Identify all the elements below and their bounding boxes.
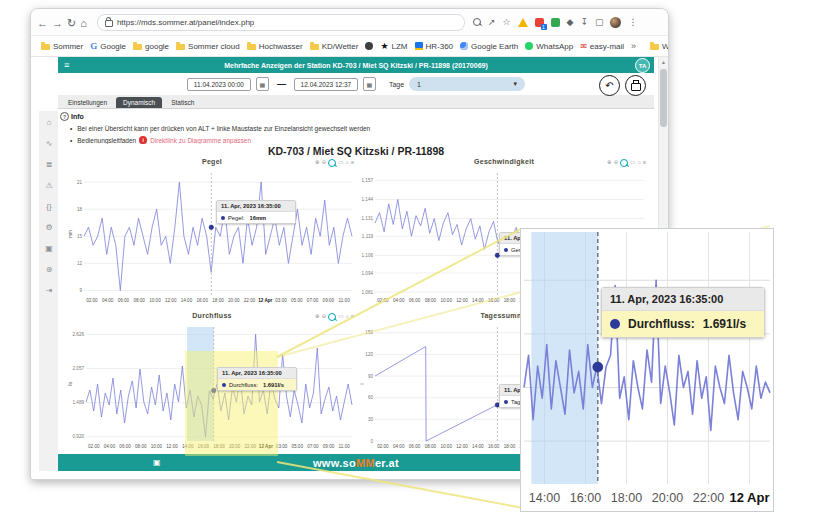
bookmark-kd-wetter[interactable]: KD/Wetter bbox=[310, 42, 359, 51]
calendar-to-button[interactable]: ▦ bbox=[363, 77, 376, 91]
bookmark-icon[interactable] bbox=[365, 42, 373, 50]
back-button[interactable]: ↶ bbox=[599, 75, 620, 96]
inset-chart-plot[interactable]: 14:0016:0018:0020:0022:0012 Apr bbox=[522, 230, 772, 510]
chart-modebar[interactable]: ⊕⊖▭⌂≡ bbox=[315, 159, 354, 167]
calendar-from-button[interactable]: ▦ bbox=[256, 77, 269, 91]
chart-plot-pegel[interactable]: 211815129mm02:0004:0006:0008:0010:0012:0… bbox=[68, 170, 354, 304]
sidebar-image-icon[interactable]: ▣ bbox=[45, 245, 53, 253]
sidebar-list-icon[interactable]: ≣ bbox=[46, 161, 53, 169]
svg-text:18:00: 18:00 bbox=[611, 491, 642, 505]
sidebar-chart-icon[interactable]: ∿ bbox=[46, 140, 53, 148]
user-avatar[interactable]: TA bbox=[635, 58, 650, 73]
url-text[interactable]: https://mds.sommer.at/panel/index.php bbox=[117, 18, 254, 27]
bookmark-hr-360[interactable]: HR-360 bbox=[415, 42, 454, 51]
bookmark-weitere-lesezeichen[interactable]: Weitere Lesezeichen bbox=[650, 42, 668, 51]
zoom-out-icon[interactable]: ⊖ bbox=[614, 160, 619, 166]
tooltip-durchfluss: 11. Apr, 2023 16:35:00 Durchfluss:1.691l… bbox=[217, 367, 297, 391]
reset-home-icon[interactable]: ⌂ bbox=[345, 314, 348, 320]
bookmark-hochwasser[interactable]: Hochwasser bbox=[247, 42, 303, 51]
print-button[interactable] bbox=[625, 75, 646, 96]
sidebar-settings-icon[interactable]: ⚙ bbox=[45, 224, 52, 232]
chart-modebar[interactable]: ⊕⊖▭⌂≡ bbox=[315, 313, 354, 321]
address-bar[interactable]: https://mds.sommer.at/panel/index.php bbox=[97, 14, 465, 31]
zoom-select-icon[interactable] bbox=[328, 313, 336, 321]
extension-red-icon[interactable]: 1 bbox=[535, 18, 544, 27]
charts-main-title: KD-703 / Miet SQ Kitzski / PR-11898 bbox=[58, 145, 654, 157]
bookmark-google[interactable]: GGoogle bbox=[90, 41, 126, 51]
bookmark-google[interactable]: google bbox=[133, 42, 169, 51]
svg-text:2.057: 2.057 bbox=[73, 366, 85, 371]
svg-text:07:00: 07:00 bbox=[307, 444, 319, 449]
zoom-out-icon[interactable]: ⊖ bbox=[322, 314, 327, 320]
profile-icon[interactable] bbox=[610, 17, 621, 28]
menu-icon[interactable]: ≡ bbox=[351, 160, 354, 166]
series-dot-icon bbox=[222, 383, 226, 387]
zoom-in-icon[interactable]: ⊕ bbox=[315, 160, 320, 166]
svg-text:1.119: 1.119 bbox=[362, 234, 374, 239]
tab-dynamisch[interactable]: Dynamisch bbox=[116, 97, 162, 108]
share-icon[interactable]: ↗ bbox=[488, 18, 496, 27]
svg-text:9: 9 bbox=[79, 288, 82, 293]
menu-kebab-icon[interactable]: ⋮ bbox=[628, 18, 637, 27]
direktlink-link[interactable]: Direktlink zu Diagramme anpassen bbox=[150, 137, 251, 144]
bookmark-easy-mail[interactable]: ✉easy-mail bbox=[580, 42, 624, 51]
bookmark-label: Google Earth bbox=[471, 42, 518, 51]
svg-text:18:00: 18:00 bbox=[212, 298, 224, 303]
reload-icon[interactable]: ↻ bbox=[67, 17, 76, 29]
menu-icon[interactable]: ≡ bbox=[351, 314, 354, 320]
pin-icon[interactable]: ◆ bbox=[567, 18, 574, 27]
bookmark-google-earth[interactable]: Google Earth bbox=[460, 42, 518, 51]
zoom-in-icon[interactable]: ⊕ bbox=[607, 160, 612, 166]
date-to-input[interactable]: 12.04.2023 12:37 bbox=[294, 78, 358, 91]
forward-icon[interactable]: → bbox=[52, 17, 63, 29]
reset-home-icon[interactable]: ⌂ bbox=[637, 160, 640, 166]
scrollbar-thumb[interactable] bbox=[660, 69, 667, 127]
svg-text:05:00: 05:00 bbox=[291, 298, 303, 303]
pan-icon[interactable]: ▭ bbox=[630, 160, 635, 166]
reset-home-icon[interactable]: ⌂ bbox=[345, 160, 348, 166]
bookmark-whatsapp[interactable]: WhatsApp bbox=[525, 42, 573, 51]
sidebar-globe-icon[interactable]: ⊛ bbox=[46, 266, 53, 274]
tab-groups-icon[interactable]: ▢ bbox=[595, 18, 604, 27]
logo-zigzag: MM bbox=[356, 457, 375, 469]
bookmark-lzm[interactable]: ★LZM bbox=[380, 41, 407, 51]
sidebar-home-icon[interactable]: ⌂ bbox=[47, 119, 52, 127]
zoom-out-icon[interactable]: ⊖ bbox=[322, 160, 327, 166]
chart-modebar[interactable]: ⊕⊖▭⌂≡ bbox=[607, 159, 646, 167]
search-icon[interactable] bbox=[473, 18, 481, 26]
zoom-select-icon[interactable] bbox=[328, 159, 336, 167]
date-from-input[interactable]: 11.04.2023 00:00 bbox=[187, 78, 251, 91]
tab-einstellungen[interactable]: Einstellungen bbox=[61, 97, 114, 108]
svg-text:12 Apr: 12 Apr bbox=[259, 444, 273, 449]
sidebar-brackets-icon[interactable]: {} bbox=[46, 203, 51, 211]
bookmark-sommer-cloud[interactable]: Sommer cloud bbox=[176, 42, 240, 51]
gletter-icon: G bbox=[90, 41, 97, 51]
svg-text:04:00: 04:00 bbox=[102, 298, 114, 303]
download-icon[interactable]: ↧ bbox=[580, 18, 588, 27]
svg-text:08:00: 08:00 bbox=[133, 298, 145, 303]
menu-icon[interactable]: ≡ bbox=[643, 160, 646, 166]
svg-text:06:00: 06:00 bbox=[118, 298, 130, 303]
bookmark--[interactable]: » bbox=[631, 41, 636, 51]
sidebar-logout-icon[interactable]: ⇥ bbox=[46, 287, 53, 295]
home-icon[interactable]: ⌂ bbox=[80, 17, 87, 29]
pan-icon[interactable]: ▭ bbox=[338, 160, 343, 166]
back-icon[interactable]: ← bbox=[37, 17, 48, 29]
bookmark-sommer[interactable]: Sommer bbox=[41, 42, 83, 51]
zoom-select-icon[interactable] bbox=[620, 159, 628, 167]
tab-statisch[interactable]: Statisch bbox=[164, 97, 201, 108]
inset-tooltip: 11. Apr, 2023 16:35:00 Durchfluss:1.691l… bbox=[601, 287, 765, 338]
bookmark-star-icon[interactable]: ☆ bbox=[502, 18, 510, 27]
folder-icon bbox=[41, 44, 50, 50]
extension-drive-icon[interactable] bbox=[518, 18, 528, 27]
sidebar-warning-icon[interactable]: ⚠ bbox=[45, 182, 52, 190]
extension-green-icon[interactable] bbox=[551, 18, 560, 27]
svg-text:04:00: 04:00 bbox=[393, 444, 405, 449]
zoom-in-icon[interactable]: ⊕ bbox=[315, 314, 320, 320]
chart-plot-durchfluss[interactable]: 2.6262.0571.4890.920l/s02:0004:0006:0008… bbox=[68, 324, 354, 450]
pan-icon[interactable]: ▭ bbox=[338, 314, 343, 320]
svg-text:12:00: 12:00 bbox=[456, 298, 468, 303]
svg-text:09:00: 09:00 bbox=[323, 444, 335, 449]
tage-select[interactable]: 1 ▾ bbox=[409, 77, 525, 91]
scroll-up-arrow[interactable]: ▲ bbox=[659, 57, 668, 65]
